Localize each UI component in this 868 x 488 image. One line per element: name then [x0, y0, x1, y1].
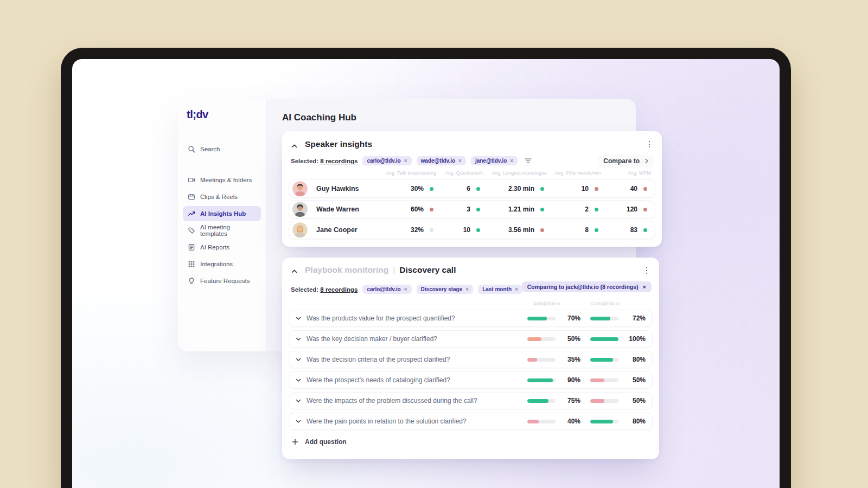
jack-score-bar [527, 317, 556, 320]
collapse-section-button[interactable] [291, 142, 299, 149]
chevron-down-icon[interactable] [296, 336, 301, 342]
chevron-down-icon[interactable] [296, 419, 301, 424]
speaker-table-headers: Avg. Talk time/meeting Avg. Questions/h … [289, 169, 655, 177]
column-header-jack: Jack@tldv.io [525, 301, 568, 306]
sidebar-item-ai-reports[interactable]: AI Reports [183, 240, 261, 255]
question-row[interactable]: Was the key decision maker / buyer clari… [289, 330, 653, 348]
sidebar-item-ai-meeting-templates[interactable]: AI meeting templates [183, 223, 261, 238]
chevron-up-icon [291, 268, 297, 274]
close-icon[interactable]: × [404, 286, 407, 292]
metric-cell: 3.56 min [488, 226, 552, 234]
search-label: Search [200, 146, 220, 152]
chevron-right-icon [644, 158, 649, 164]
chevron-down-icon[interactable] [296, 398, 301, 403]
column-header: Avg. Talk time/meeting [392, 170, 441, 176]
filter-chip-carlo[interactable]: carlo@tldv.io × [362, 285, 411, 294]
chevron-down-icon[interactable] [296, 377, 301, 383]
question-row[interactable]: Were the prospect's needs of cataloging … [289, 371, 653, 389]
speaker-name: Wade Warren [311, 206, 392, 213]
sidebar-item-label: Integrations [200, 261, 233, 267]
playbook-filters-row: Selected: 8 recordings carlo@tldv.io × D… [291, 284, 537, 294]
question-row[interactable]: Was the decision criteria of the prospec… [289, 351, 653, 368]
carlo-score-bar [590, 378, 618, 382]
speaker-name: Guy Hawkins [311, 185, 392, 192]
sidebar-item-clips-reels[interactable]: Clips & Reels [183, 189, 261, 204]
filter-chip-stage[interactable]: Discovery stage × [417, 285, 474, 294]
status-dot [540, 228, 544, 232]
metric-cell: 3 [441, 206, 488, 213]
filter-chip-carlo[interactable]: carlo@tldv.io × [362, 156, 411, 165]
score-bars: 40% 80% [527, 418, 646, 425]
status-dot [643, 208, 647, 211]
jack-score-value: 35% [561, 356, 580, 363]
carlo-score-value: 80% [624, 356, 646, 363]
sidebar-item-label: AI Reports [200, 244, 229, 251]
close-icon[interactable]: × [510, 158, 513, 164]
chevron-down-icon[interactable] [296, 316, 301, 321]
filter-chip-jane[interactable]: jane@tldv.io × [471, 156, 518, 165]
question-row[interactable]: Were the impacts of the problem discusse… [289, 392, 653, 409]
table-row[interactable]: Wade Warren 60% 3 1.21 min 2 120 [289, 200, 655, 219]
question-text: Were the impacts of the problem discusse… [301, 397, 527, 404]
score-bars: 70% 72% [527, 314, 646, 322]
metric-cell: 1.21 min [488, 206, 552, 213]
sidebar-item-label: Feature Requests [200, 278, 250, 284]
carlo-score-value: 80% [624, 418, 646, 425]
close-icon[interactable]: × [404, 158, 407, 164]
table-row[interactable]: Jane Cooper 32% 10 3.56 min 8 83 [289, 221, 655, 239]
chevron-up-icon [291, 143, 297, 149]
question-row[interactable]: Were the pain points in relation to the … [289, 413, 653, 430]
chevron-down-icon[interactable] [296, 357, 301, 362]
tldv-logo: tl;dv [187, 108, 208, 121]
close-icon[interactable]: × [515, 286, 518, 292]
speaker-insights-title: Speaker insights [305, 139, 372, 149]
comparing-chip[interactable]: Comparing to jack@tldv.io (8 recordings)… [522, 281, 652, 292]
status-dot [540, 187, 544, 191]
report-icon [188, 243, 195, 251]
filter-chip-wade[interactable]: wade@tldv.io × [417, 156, 466, 165]
status-dot [476, 228, 480, 232]
score-bars: 75% 50% [527, 397, 646, 404]
page-title: AI Coaching Hub [282, 112, 356, 123]
sidebar-item-ai-insights-hub[interactable]: AI Insights Hub [183, 206, 261, 221]
status-dot [430, 187, 433, 191]
filter-chip-period[interactable]: Last month × [478, 285, 522, 294]
sidebar-nav: Meetings & folders Clips & Reels [178, 172, 266, 290]
column-header: Avg. WPM [605, 170, 655, 176]
playbook-title: Playbook monitoring | Discovery call [305, 265, 456, 275]
question-row[interactable]: Was the products value for the prospect … [289, 310, 653, 327]
table-row[interactable]: Guy Hawkins 30% 6 2.30 min 10 40 [289, 179, 655, 198]
jack-score-bar [527, 399, 556, 403]
search-button[interactable]: Search [183, 142, 261, 157]
close-icon[interactable]: × [458, 158, 462, 164]
card-menu-button[interactable] [646, 139, 653, 149]
metric-cell: 6 [441, 185, 488, 192]
jack-score-bar [527, 378, 556, 382]
carlo-score-bar [590, 399, 618, 403]
speaker-name: Jane Cooper [311, 226, 392, 234]
compare-to-button[interactable]: Compare to [598, 155, 654, 168]
selected-count-link[interactable]: 8 recordings [320, 286, 358, 293]
sidebar-item-feature-requests[interactable]: Feature Requests [183, 273, 261, 288]
card-menu-button[interactable] [643, 266, 650, 275]
close-icon[interactable]: × [643, 284, 646, 290]
metric-cell: 83 [606, 226, 655, 234]
carlo-score-bar [590, 317, 618, 320]
filter-lines-icon [525, 158, 532, 164]
sidebar-item-label: AI meeting templates [200, 224, 256, 237]
add-question-button[interactable]: Add question [289, 433, 653, 451]
close-icon[interactable]: × [465, 286, 469, 292]
sidebar-item-integrations[interactable]: Integrations [183, 256, 261, 272]
column-header-carlo: Carlo@tldv.io [583, 301, 627, 306]
laptop-frame: tl;dv Search Meetings & folders [61, 48, 791, 488]
filter-button[interactable] [525, 158, 532, 164]
carlo-score-bar [590, 420, 618, 423]
desktop-background: tl;dv Search Meetings & folders [0, 0, 868, 488]
speaker-filters-row: Selected: 8 recordings carlo@tldv.io × w… [291, 156, 532, 166]
collapse-section-button[interactable] [291, 267, 299, 274]
selected-count-link[interactable]: 8 recordings [320, 158, 358, 164]
jack-score-bar [527, 337, 556, 341]
question-text: Were the prospect's needs of cataloging … [301, 376, 527, 384]
sidebar-item-meetings-folders[interactable]: Meetings & folders [183, 172, 261, 188]
question-text: Were the pain points in relation to the … [301, 418, 527, 425]
